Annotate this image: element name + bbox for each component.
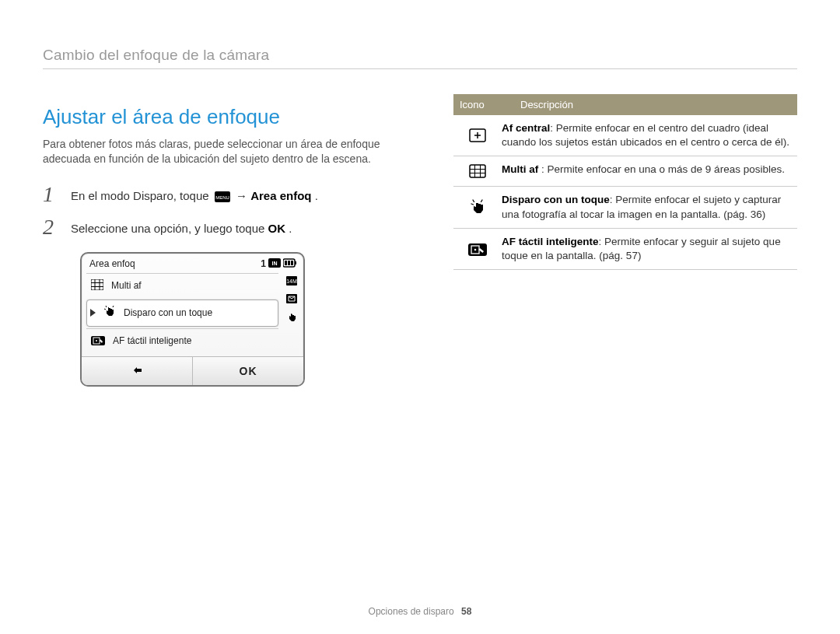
table-row-description: Disparo con un toque: Permite enfocar el… [502, 187, 797, 227]
menu-icon: MENU [215, 191, 230, 202]
svg-point-16 [96, 340, 97, 342]
table-head-icon: Icono [453, 94, 514, 115]
step-2: 2 Seleccione una opción, y luego toque O… [43, 216, 422, 238]
step-text: En el modo Disparo, toque MENU → Area en… [71, 184, 318, 202]
table-row: AF táctil inteligente: Permite enfocar y… [453, 229, 797, 270]
breadcrumb: Cambio del enfoque de la cámara [43, 47, 797, 69]
one-touch-icon [103, 306, 116, 321]
step-1: 1 En el modo Disparo, toque MENU → Area … [43, 184, 422, 205]
step-text: Seleccione una opción, y luego toque OK … [71, 216, 292, 235]
camera-option-label: Multi af [111, 280, 142, 291]
memory-in-icon: IN [268, 258, 281, 270]
page-title: Ajustar el área de enfoque [43, 105, 422, 129]
camera-top-bar: Area enfoq 1 IN [82, 254, 303, 273]
table-row-description: Multi af : Permite enfocar en una o más … [502, 156, 797, 186]
selection-pointer-icon [90, 309, 96, 317]
table-head-description: Descripción [514, 94, 797, 115]
row-title: Multi af [502, 163, 538, 175]
column-right: Icono Descripción Af central: Permite en… [453, 91, 797, 387]
footer-section: Opciones de disparo [369, 606, 454, 617]
camera-option-multi-af[interactable]: Multi af [86, 273, 278, 298]
table-row: Multi af : Permite enfocar en una o más … [453, 156, 797, 187]
side-mode-icon: 14M [286, 276, 297, 288]
battery-icon [283, 258, 297, 270]
svg-text:MENU: MENU [215, 195, 229, 200]
side-stabilization-icon [286, 312, 297, 325]
row-title: Af central [502, 122, 550, 134]
multi-af-icon [453, 156, 502, 186]
af-central-icon [453, 115, 502, 156]
page: Cambio del enfoque de la cámara Ajustar … [0, 0, 840, 387]
camera-option-label: Disparo con un toque [124, 307, 212, 318]
step-1-post: . [315, 189, 318, 202]
step-1-pre: En el modo Disparo, toque [71, 189, 212, 202]
svg-text:IN: IN [272, 261, 278, 266]
camera-option-label: AF táctil inteligente [113, 335, 191, 346]
footer-page-number: 58 [461, 606, 471, 617]
camera-side-icons: 14M [283, 273, 303, 356]
step-2-ok: OK [268, 222, 286, 235]
smart-touch-af-icon [453, 229, 502, 269]
svg-text:14M: 14M [286, 278, 297, 284]
table-row-description: AF táctil inteligente: Permite enfocar y… [502, 229, 797, 269]
step-1-bold: Area enfoq [250, 189, 311, 202]
svg-rect-5 [295, 261, 296, 264]
step-2-post: . [289, 222, 292, 235]
smart-touch-af-icon [91, 335, 105, 348]
step-list: 1 En el modo Disparo, toque MENU → Area … [43, 184, 422, 238]
svg-rect-9 [91, 279, 103, 290]
column-left: Ajustar el área de enfoque Para obtener … [43, 91, 422, 387]
row-title: Disparo con un toque [502, 194, 610, 205]
camera-option-smart-touch-af[interactable]: AF táctil inteligente [86, 328, 278, 353]
table-row: Af central: Permite enfocar en el centro… [453, 115, 797, 156]
svg-rect-7 [288, 261, 290, 265]
columns: Ajustar el área de enfoque Para obtener … [43, 91, 797, 387]
camera-ui-mock: Area enfoq 1 IN [80, 252, 305, 387]
page-footer: Opciones de disparo 58 [0, 606, 840, 617]
table-header: Icono Descripción [453, 94, 797, 115]
step-2-pre: Seleccione una opción, y luego toque [71, 222, 268, 235]
camera-body: Multi af Disparo con un toque [82, 273, 303, 356]
one-touch-icon [453, 187, 502, 227]
row-title: AF táctil inteligente [502, 236, 599, 247]
table-row-description: Af central: Permite enfocar en el centro… [502, 115, 797, 156]
ok-button[interactable]: OK [193, 357, 303, 385]
step-number: 1 [43, 184, 60, 205]
table-row: Disparo con un toque: Permite enfocar el… [453, 187, 797, 228]
side-quality-icon [286, 294, 297, 306]
camera-title: Area enfoq [89, 258, 135, 269]
svg-point-30 [474, 249, 477, 251]
camera-status: 1 IN [261, 258, 297, 270]
intro-text: Para obtener fotos más claras, puede sel… [43, 137, 422, 166]
svg-rect-23 [470, 165, 485, 177]
step-number: 2 [43, 216, 60, 238]
camera-bottom-bar: OK [82, 356, 303, 385]
multi-af-icon [91, 279, 103, 292]
camera-status-count: 1 [261, 258, 266, 269]
row-text: : Permite enfocar en una o más de 9 área… [538, 163, 785, 175]
camera-option-one-touch[interactable]: Disparo con un toque [86, 299, 278, 327]
svg-rect-6 [285, 261, 287, 265]
camera-option-list: Multi af Disparo con un toque [82, 273, 283, 356]
back-arrow-icon [129, 363, 145, 379]
svg-rect-8 [291, 261, 293, 265]
back-button[interactable] [82, 357, 193, 385]
step-1-arrow: → [236, 189, 250, 202]
